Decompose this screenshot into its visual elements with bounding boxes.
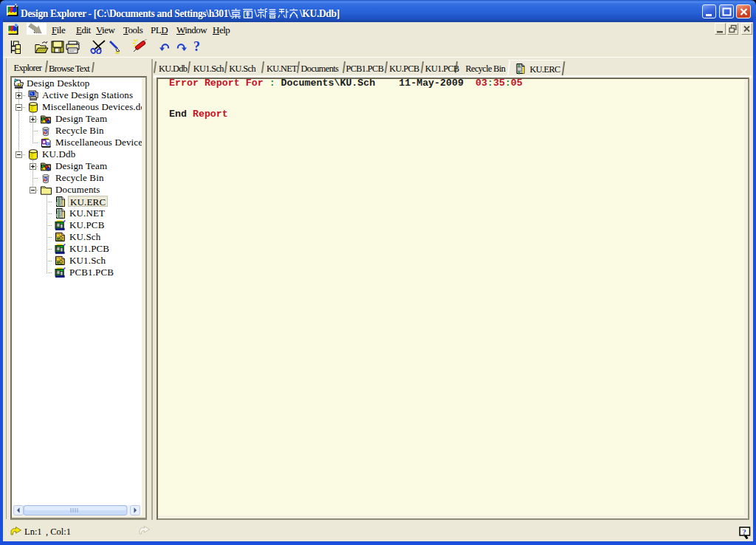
svg-text:?: ? xyxy=(743,528,746,536)
